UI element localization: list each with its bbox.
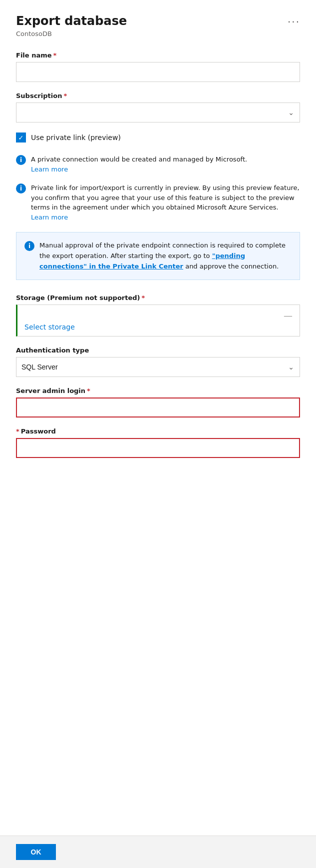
info-box: i Manual approval of the private endpoin… bbox=[16, 232, 300, 280]
subscription-group: Subscription * ⌄ bbox=[16, 92, 300, 122]
file-name-label: File name * bbox=[16, 52, 300, 59]
header: Export database ··· bbox=[16, 14, 300, 28]
subscription-label: Subscription * bbox=[16, 92, 300, 100]
password-group: * Password bbox=[16, 428, 300, 458]
info-block-2: i Private link for import/export is curr… bbox=[16, 183, 300, 222]
password-label: * Password bbox=[16, 428, 300, 435]
file-name-required: * bbox=[53, 52, 57, 59]
page-title: Export database bbox=[16, 14, 127, 28]
more-options-icon[interactable]: ··· bbox=[288, 16, 300, 28]
info-text-2: Private link for import/export is curren… bbox=[31, 183, 300, 222]
spacer bbox=[16, 468, 300, 598]
private-link-row: ✓ Use private link (preview) bbox=[16, 132, 300, 142]
info-icon-3: i bbox=[24, 241, 34, 251]
auth-type-label: Authentication type bbox=[16, 346, 300, 354]
info-text-1: A private connection would be created an… bbox=[31, 154, 247, 174]
info-icon-2: i bbox=[16, 184, 26, 194]
auth-type-select-wrapper: SQL Server Active Directory Password Act… bbox=[16, 357, 300, 377]
file-name-input[interactable] bbox=[16, 62, 300, 82]
auth-type-group: Authentication type SQL Server Active Di… bbox=[16, 346, 300, 377]
ok-button[interactable]: OK bbox=[16, 844, 56, 860]
checkbox-check-icon: ✓ bbox=[18, 134, 24, 141]
storage-required: * bbox=[142, 294, 145, 302]
storage-box[interactable]: — Select storage bbox=[16, 304, 300, 336]
info-box-text: Manual approval of the private endpoint … bbox=[39, 240, 292, 272]
password-input[interactable] bbox=[16, 438, 300, 458]
password-required: * bbox=[16, 428, 19, 435]
export-database-panel: Export database ··· ContosoDB File name … bbox=[0, 0, 316, 868]
private-link-label: Use private link (preview) bbox=[31, 134, 121, 142]
info-icon-1: i bbox=[16, 155, 26, 165]
subscription-required: * bbox=[63, 92, 67, 100]
server-admin-login-label: Server admin login * bbox=[16, 387, 300, 394]
server-admin-login-group: Server admin login * bbox=[16, 387, 300, 418]
private-link-checkbox[interactable]: ✓ bbox=[16, 132, 26, 142]
learn-more-link-2[interactable]: Learn more bbox=[31, 214, 68, 221]
learn-more-link-1[interactable]: Learn more bbox=[31, 166, 68, 173]
auth-type-select[interactable]: SQL Server Active Directory Password Act… bbox=[16, 357, 300, 377]
subscription-select[interactable] bbox=[16, 102, 300, 122]
storage-dash-icon: — bbox=[284, 311, 293, 320]
footer: OK bbox=[0, 836, 316, 868]
storage-group: Storage (Premium not supported) * — Sele… bbox=[16, 294, 300, 336]
info-block-1: i A private connection would be created … bbox=[16, 154, 300, 174]
select-storage-link[interactable]: Select storage bbox=[24, 323, 75, 331]
subscription-select-wrapper: ⌄ bbox=[16, 102, 300, 122]
storage-label: Storage (Premium not supported) * bbox=[16, 294, 300, 302]
subtitle: ContosoDB bbox=[16, 30, 300, 38]
server-admin-login-required: * bbox=[87, 387, 90, 394]
file-name-group: File name * bbox=[16, 52, 300, 82]
server-admin-login-input[interactable] bbox=[16, 398, 300, 418]
